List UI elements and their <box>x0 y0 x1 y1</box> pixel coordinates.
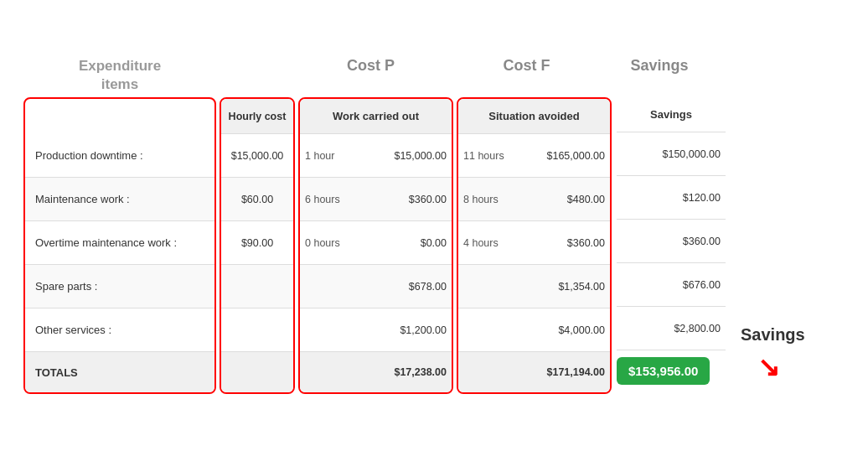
hourly-val-1: $15,000.00 <box>231 150 284 162</box>
costf-row-2: 8 hours $480.00 <box>458 178 610 221</box>
costf-header: Situation avoided <box>458 99 610 134</box>
main-table: Production downtime : Maintenance work :… <box>23 97 845 394</box>
costp-amount-2: $360.00 <box>359 194 452 205</box>
expenditure-label-3: Overtime maintenance work : <box>35 236 177 249</box>
costf-row-1: 11 hours $165,000.00 <box>458 134 610 178</box>
main-container: Expenditureitems Cost P Cost F Savings P… <box>23 57 845 394</box>
costp-col-title: Cost P <box>293 57 448 94</box>
costf-row-5: $4,000.00 <box>458 308 610 352</box>
costf-total: $171,194.00 <box>458 352 610 392</box>
hourly-total <box>221 352 293 392</box>
hourly-val-3: $90.00 <box>241 237 273 249</box>
hourly-header-text: Hourly cost <box>229 111 287 122</box>
expenditure-label-1: Production downtime : <box>35 149 143 162</box>
costf-row-4: $1,354.00 <box>458 265 610 308</box>
expenditure-row-3: Overtime maintenance work : <box>25 221 214 265</box>
costf-row-3: 4 hours $360.00 <box>458 221 610 265</box>
hourly-row-4 <box>221 265 293 308</box>
savings-column: Savings $150,000.00 $120.00 $360.00 $676… <box>617 97 726 394</box>
hourly-row-2: $60.00 <box>221 178 293 221</box>
savings-big-label: Savings <box>741 325 805 345</box>
costp-header: Work carried out <box>300 99 452 134</box>
savings-arrow-icon: ↘ <box>757 354 780 381</box>
costp-header-text: Work carried out <box>333 110 419 122</box>
savings-total-badge: $153,956.00 <box>617 357 710 385</box>
hourly-row-5 <box>221 308 293 352</box>
costf-amount-5: $4,000.00 <box>517 324 610 336</box>
costp-row-2: 6 hours $360.00 <box>300 178 452 221</box>
hourly-row-3: $90.00 <box>221 221 293 265</box>
costf-amount-2: $480.00 <box>517 194 610 205</box>
costp-amount-3: $0.00 <box>359 237 452 249</box>
costf-col-title: Cost F <box>448 57 605 94</box>
top-headers: Expenditureitems Cost P Cost F Savings <box>23 57 845 94</box>
hourly-column: Hourly cost $15,000.00 $60.00 $90.00 <box>220 97 295 394</box>
costp-row-3: 0 hours $0.00 <box>300 221 452 265</box>
costf-hours-3: 4 hours <box>458 237 517 249</box>
savings-header-text: Savings <box>650 108 692 121</box>
expenditure-totals-label: TOTALS <box>35 366 78 379</box>
expenditure-row-1: Production downtime : <box>25 134 214 178</box>
costf-amount-1: $165,000.00 <box>517 150 610 162</box>
costf-hours-2: 8 hours <box>458 194 517 205</box>
savings-val-5: $2,800.00 <box>674 323 721 334</box>
expenditure-col-title: Expenditureitems <box>23 57 216 94</box>
expenditure-row-4: Spare parts : <box>25 265 214 308</box>
expenditure-label-2: Maintenance work : <box>35 193 130 205</box>
savings-row-1: $150,000.00 <box>617 132 726 176</box>
savings-col-title: Savings <box>605 57 714 94</box>
hourly-row-1: $15,000.00 <box>221 134 293 178</box>
expenditure-label-4: Spare parts : <box>35 280 97 293</box>
expenditure-row-5: Other services : <box>25 308 214 352</box>
expenditure-row-2: Maintenance work : <box>25 178 214 221</box>
savings-total-row: $153,956.00 Savings ↘ <box>617 350 726 391</box>
savings-row-3: $360.00 <box>617 220 726 263</box>
costp-hours-2: 6 hours <box>300 194 359 205</box>
costp-column: Work carried out 1 hour $15,000.00 6 hou… <box>298 97 453 394</box>
savings-val-3: $360.00 <box>683 236 721 247</box>
savings-row-4: $676.00 <box>617 263 726 307</box>
costp-total-val: $17,238.00 <box>300 366 452 378</box>
costp-amount-4: $678.00 <box>359 281 452 293</box>
savings-header: Savings <box>617 97 726 132</box>
savings-val-1: $150,000.00 <box>662 148 721 160</box>
costp-total: $17,238.00 <box>300 352 452 392</box>
costf-header-text: Situation avoided <box>488 110 579 122</box>
expenditure-label-5: Other services : <box>35 324 111 336</box>
savings-val-2: $120.00 <box>683 192 721 204</box>
costp-amount-1: $15,000.00 <box>359 150 452 162</box>
costp-row-5: $1,200.00 <box>300 308 452 352</box>
hourly-spacer <box>216 57 293 94</box>
hourly-val-2: $60.00 <box>241 194 273 205</box>
expenditure-total: TOTALS <box>25 352 214 392</box>
savings-row-2: $120.00 <box>617 176 726 220</box>
hourly-header: Hourly cost <box>221 99 293 134</box>
costf-column: Situation avoided 11 hours $165,000.00 8… <box>457 97 612 394</box>
expenditure-title-text: Expenditureitems <box>23 57 216 94</box>
costf-amount-4: $1,354.00 <box>517 281 610 293</box>
expenditure-column: Production downtime : Maintenance work :… <box>23 97 216 394</box>
costp-hours-3: 0 hours <box>300 237 359 249</box>
costp-amount-5: $1,200.00 <box>359 324 452 336</box>
costf-amount-3: $360.00 <box>517 237 610 249</box>
costp-hours-1: 1 hour <box>300 150 359 162</box>
costf-total-val: $171,194.00 <box>458 366 610 378</box>
savings-row-5: $2,800.00 <box>617 307 726 350</box>
costp-row-4: $678.00 <box>300 265 452 308</box>
costp-row-1: 1 hour $15,000.00 <box>300 134 452 178</box>
costf-hours-1: 11 hours <box>458 150 517 162</box>
savings-val-4: $676.00 <box>683 279 721 291</box>
